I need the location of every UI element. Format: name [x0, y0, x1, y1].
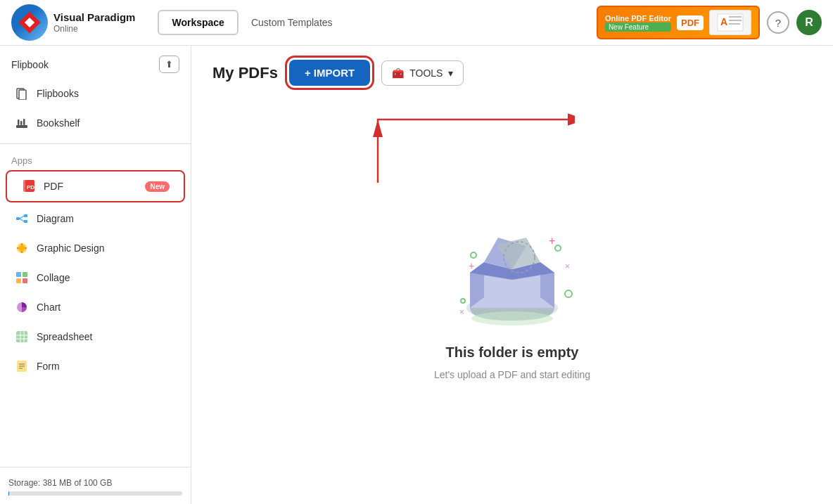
bookshelf-label: Bookshelf: [37, 117, 80, 129]
upload-button[interactable]: ⬆: [159, 56, 179, 73]
divider-1: [0, 143, 191, 144]
logo-diamond: [18, 11, 40, 33]
banner-preview: A: [709, 10, 751, 35]
sidebar-item-form[interactable]: Form: [0, 351, 191, 381]
pdf-editor-banner[interactable]: Online PDF Editor New Feature PDF A: [597, 6, 760, 39]
svg-text:PDF: PDF: [27, 184, 36, 190]
svg-line-17: [20, 216, 24, 219]
graphic-design-label: Graphic Design: [37, 243, 105, 254]
sidebar-item-diagram[interactable]: Diagram: [0, 204, 191, 233]
svg-rect-8: [18, 119, 20, 125]
pdf-sidebar-icon: PDF: [21, 179, 37, 194]
form-icon: [14, 358, 30, 374]
svg-rect-28: [23, 278, 27, 283]
sidebar-item-graphic-design[interactable]: Graphic Design: [0, 233, 191, 263]
main-content: My PDFs + IMPORT 🧰 TOOLS ▾: [191, 46, 833, 504]
apps-section-label: Apps: [0, 150, 191, 169]
svg-rect-7: [16, 125, 27, 128]
brand-name: Visual Paradigm: [53, 11, 135, 24]
svg-rect-6: [19, 90, 26, 100]
storage-bar-fill: [8, 491, 9, 496]
sidebar-item-collage[interactable]: Collage: [0, 263, 191, 292]
storage-section: Storage: 381 MB of 100 GB: [0, 467, 191, 504]
banner-title: Online PDF Editor: [605, 14, 671, 22]
svg-text:+: +: [549, 235, 555, 247]
svg-rect-21: [21, 243, 23, 245]
tools-chevron-icon: ▾: [448, 67, 453, 79]
graphic-design-icon: [14, 240, 30, 256]
flipbooks-icon: [14, 86, 30, 101]
svg-rect-15: [24, 214, 27, 217]
header-right: Online PDF Editor New Feature PDF A ? R: [597, 6, 822, 39]
logo-area: Visual Paradigm Online: [11, 4, 135, 41]
sidebar-item-spreadsheet[interactable]: Spreadsheet: [0, 322, 191, 351]
sidebar: Flipbook ⬆ Flipbooks: [0, 46, 191, 504]
empty-title: This folder is empty: [446, 344, 579, 361]
tab-workspace[interactable]: Workspace: [158, 10, 238, 35]
banner-subtitle: New Feature: [605, 22, 671, 32]
bookshelf-icon: [14, 115, 30, 131]
svg-point-51: [471, 311, 553, 325]
svg-rect-24: [25, 247, 27, 249]
svg-rect-10: [23, 119, 25, 125]
sidebar-item-pdf[interactable]: PDF PDF New: [7, 172, 184, 201]
tab-custom-templates[interactable]: Custom Templates: [239, 10, 345, 35]
chart-icon: [14, 299, 30, 315]
svg-point-41: [471, 252, 476, 258]
svg-text:×: ×: [459, 307, 464, 317]
banner-text: Online PDF Editor New Feature: [605, 14, 671, 32]
empty-illustration: + + × ×: [435, 217, 590, 336]
help-button[interactable]: ?: [767, 11, 789, 34]
sidebar-item-flipbooks[interactable]: Flipbooks: [0, 79, 191, 108]
avatar[interactable]: R: [796, 10, 822, 35]
svg-text:×: ×: [565, 261, 570, 271]
chart-label: Chart: [37, 302, 61, 313]
svg-rect-16: [24, 220, 27, 223]
pdf-icon: PDF: [677, 15, 704, 30]
svg-rect-23: [17, 247, 19, 249]
layout: Flipbook ⬆ Flipbooks: [0, 46, 833, 504]
pdf-new-badge: New: [145, 181, 170, 192]
brand-sub: Online: [53, 24, 135, 34]
empty-state: + + × ×: [212, 107, 812, 490]
spreadsheet-icon: [14, 329, 30, 344]
svg-rect-25: [16, 272, 21, 277]
flipbook-section-header: Flipbook ⬆: [0, 46, 191, 79]
svg-rect-9: [20, 121, 23, 125]
tools-icon: 🧰: [392, 67, 404, 79]
svg-text:A: A: [720, 16, 727, 27]
svg-point-44: [461, 299, 465, 303]
storage-text: Storage: 381 MB of 100 GB: [8, 478, 112, 488]
tools-button[interactable]: 🧰 TOOLS ▾: [381, 60, 464, 86]
logo-icon: [11, 4, 48, 41]
sidebar-item-chart[interactable]: Chart: [0, 292, 191, 322]
svg-rect-26: [23, 272, 27, 277]
storage-bar-bg: [8, 491, 182, 496]
flipbook-label: Flipbook: [11, 59, 49, 70]
import-button[interactable]: + IMPORT: [289, 60, 370, 86]
main-header: My PDFs + IMPORT 🧰 TOOLS ▾: [212, 60, 812, 86]
spreadsheet-label: Spreadsheet: [37, 331, 92, 342]
logo-text: Visual Paradigm Online: [53, 11, 135, 34]
svg-text:+: +: [469, 260, 474, 271]
page-title: My PDFs: [212, 64, 278, 82]
collage-icon: [14, 270, 30, 285]
svg-rect-14: [16, 217, 20, 220]
svg-rect-27: [16, 278, 21, 283]
sidebar-item-bookshelf[interactable]: Bookshelf: [0, 108, 191, 138]
diagram-label: Diagram: [37, 213, 74, 224]
svg-point-43: [565, 290, 572, 297]
svg-rect-22: [21, 251, 23, 253]
form-label: Form: [37, 361, 60, 372]
pdf-label: PDF: [44, 181, 63, 192]
svg-point-20: [19, 245, 25, 251]
empty-subtitle: Let's upload a PDF and start editing: [434, 369, 590, 380]
header: Visual Paradigm Online Workspace Custom …: [0, 0, 833, 46]
svg-line-18: [20, 219, 24, 221]
svg-rect-30: [16, 331, 27, 342]
nav-tabs: Workspace Custom Templates: [158, 10, 345, 35]
flipbooks-label: Flipbooks: [37, 88, 79, 99]
diagram-icon: [14, 211, 30, 226]
svg-point-42: [555, 245, 561, 251]
tools-label: TOOLS: [409, 67, 443, 79]
